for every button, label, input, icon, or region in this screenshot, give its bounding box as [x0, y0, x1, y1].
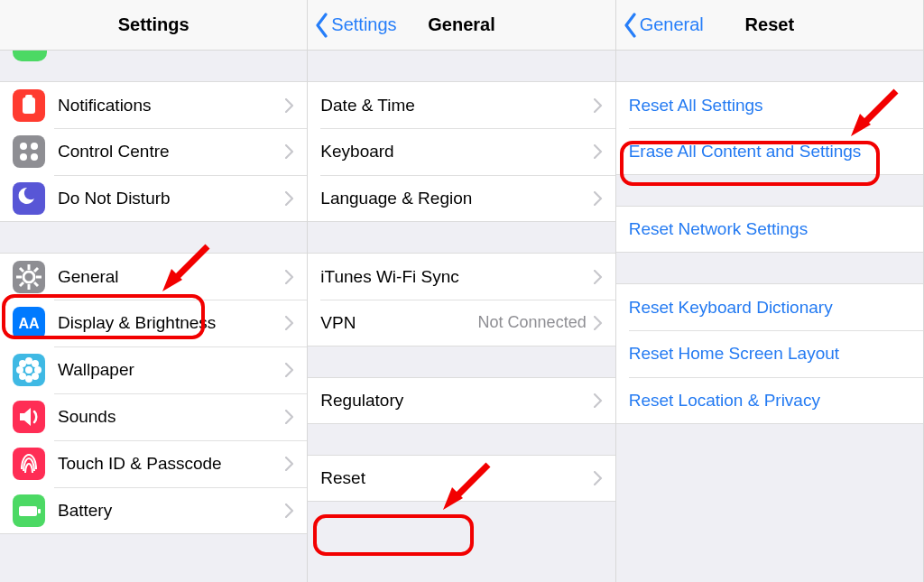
chevron-right-icon — [594, 191, 603, 206]
navbar-general: Settings General — [308, 0, 614, 51]
general-keyboard[interactable]: Keyboard — [308, 128, 614, 175]
reset-content: Reset All SettingsErase All Content and … — [616, 51, 923, 582]
navbar-settings: Settings — [0, 0, 307, 51]
row-label: VPN — [320, 313, 477, 333]
general-panel: Settings General Date & TimeKeyboardLang… — [308, 0, 615, 582]
settings-general[interactable]: General — [0, 253, 307, 300]
row-label: Keyboard — [320, 142, 593, 162]
settings-control-centre[interactable]: Control Centre — [0, 128, 307, 175]
row-label: Wallpaper — [58, 360, 285, 380]
reset-reset-all-settings[interactable]: Reset All Settings — [616, 81, 923, 128]
row-label: Control Centre — [58, 142, 285, 162]
row-label: Erase All Content and Settings — [629, 142, 910, 162]
settings-content: NotificationsControl CentreDo Not Distur… — [0, 51, 307, 582]
chevron-right-icon — [594, 98, 603, 113]
battery-icon — [13, 494, 45, 527]
chevron-right-icon — [285, 457, 294, 471]
row-label: Sounds — [58, 407, 285, 427]
row-label: Battery — [58, 501, 285, 521]
reset-reset-keyboard-dictionary[interactable]: Reset Keyboard Dictionary — [616, 283, 923, 330]
nav-title: Reset — [745, 14, 794, 35]
reset-panel: General Reset Reset All SettingsErase Al… — [616, 0, 924, 582]
nav-title: Settings — [118, 14, 189, 35]
chevron-right-icon — [285, 270, 294, 284]
row-label: Reset — [320, 468, 593, 488]
settings-notifications[interactable]: Notifications — [0, 81, 307, 128]
reset-erase-all-content-and-settings[interactable]: Erase All Content and Settings — [616, 128, 923, 175]
chevron-right-icon — [594, 471, 603, 485]
chevron-right-icon — [285, 363, 294, 377]
general-language-region[interactable]: Language & Region — [308, 175, 614, 222]
finger-icon — [13, 448, 45, 480]
navbar-reset: General Reset — [616, 0, 923, 51]
toggle-sliver — [13, 51, 47, 61]
settings-sounds[interactable]: Sounds — [0, 393, 307, 440]
chevron-right-icon — [285, 503, 294, 518]
row-label: Regulatory — [320, 391, 593, 411]
reset-reset-network-settings[interactable]: Reset Network Settings — [616, 206, 923, 253]
chevron-right-icon — [594, 144, 603, 159]
control-icon — [13, 135, 45, 168]
row-label: Reset Location & Privacy — [629, 391, 910, 411]
general-regulatory[interactable]: Regulatory — [308, 377, 614, 424]
row-label: Display & Brightness — [58, 313, 285, 333]
flower-icon — [13, 354, 45, 386]
chevron-right-icon — [285, 316, 294, 330]
nav-title: General — [428, 14, 494, 35]
row-label: Do Not Disturb — [58, 189, 285, 208]
back-label: Settings — [331, 14, 396, 35]
moon-icon — [13, 182, 45, 215]
general-content: Date & TimeKeyboardLanguage & Region iTu… — [308, 51, 614, 582]
settings-do-not-disturb[interactable]: Do Not Disturb — [0, 175, 307, 222]
reset-reset-location-privacy[interactable]: Reset Location & Privacy — [616, 377, 923, 424]
general-itunes-wi-fi-sync[interactable]: iTunes Wi-Fi Sync — [308, 253, 614, 300]
general-date-time[interactable]: Date & Time — [308, 81, 614, 128]
general-reset[interactable]: Reset — [308, 455, 614, 502]
row-label: Reset Network Settings — [629, 219, 910, 239]
general-vpn[interactable]: VPNNot Connected — [308, 300, 614, 346]
chevron-right-icon — [594, 393, 603, 408]
aa-icon — [13, 307, 45, 339]
chevron-right-icon — [285, 410, 294, 424]
settings-display-brightness[interactable]: Display & Brightness — [0, 300, 307, 346]
settings-wallpaper[interactable]: Wallpaper — [0, 346, 307, 393]
row-label: Notifications — [58, 96, 285, 115]
settings-touch-id-passcode[interactable]: Touch ID & Passcode — [0, 440, 307, 487]
notifications-icon — [13, 89, 45, 122]
speaker-icon — [13, 401, 45, 433]
settings-battery[interactable]: Battery — [0, 487, 307, 534]
row-label: Reset All Settings — [629, 96, 910, 115]
row-label: Date & Time — [320, 96, 593, 115]
chevron-right-icon — [285, 144, 294, 159]
chevron-right-icon — [594, 270, 603, 284]
row-label: Touch ID & Passcode — [58, 454, 285, 474]
row-label: General — [58, 267, 285, 287]
gear-icon — [13, 261, 45, 293]
settings-panel: Settings NotificationsControl CentreDo N… — [0, 0, 308, 582]
row-label: Reset Keyboard Dictionary — [629, 298, 910, 318]
row-value: Not Connected — [478, 313, 587, 332]
back-label: General — [640, 14, 704, 35]
row-label: Reset Home Screen Layout — [629, 344, 910, 364]
back-to-general[interactable]: General — [624, 13, 704, 38]
chevron-right-icon — [285, 191, 294, 206]
row-label: Language & Region — [320, 189, 593, 208]
chevron-right-icon — [285, 98, 294, 113]
reset-reset-home-screen-layout[interactable]: Reset Home Screen Layout — [616, 330, 923, 377]
chevron-right-icon — [594, 316, 603, 330]
row-label: iTunes Wi-Fi Sync — [320, 267, 593, 287]
back-to-settings[interactable]: Settings — [315, 13, 396, 38]
